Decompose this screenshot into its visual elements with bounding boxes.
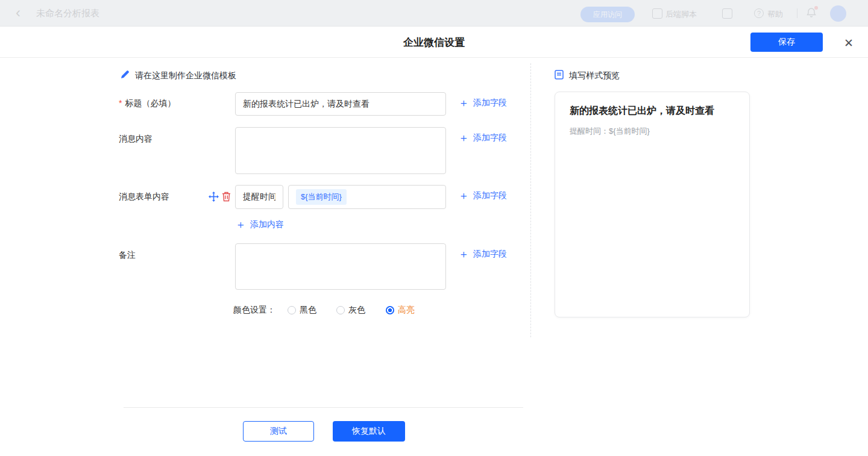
add-field-link-form-content[interactable]: ＋ 添加字段 — [458, 190, 507, 201]
color-setting-label: 颜色设置： — [233, 305, 275, 316]
template-hint-text: 请在这里制作企业微信模板 — [135, 70, 236, 81]
form-content-value-input[interactable]: ${当前时间} — [288, 185, 446, 209]
app-access-button[interactable]: 应用访问 — [580, 7, 635, 22]
add-content-link[interactable]: ＋ 添加内容 — [235, 219, 284, 230]
help-label[interactable]: 帮助 — [767, 9, 783, 20]
plus-icon: ＋ — [235, 220, 246, 230]
restore-default-button[interactable]: 恢复默认 — [333, 421, 405, 442]
script-icon — [652, 8, 662, 20]
remark-field-label: 备注 — [119, 250, 136, 261]
help-icon[interactable]: ? — [754, 8, 764, 18]
preview-card: 新的报表统计已出炉，请及时查看 提醒时间：${当前时间} — [555, 92, 750, 317]
form-content-label: 消息表单内容 — [119, 192, 169, 202]
color-setting-row: 颜色设置： 黑色 灰色 高亮 — [233, 305, 415, 316]
footer-divider — [124, 407, 523, 408]
form-content-key-input[interactable] — [235, 185, 283, 209]
field-tag[interactable]: ${当前时间} — [296, 189, 347, 205]
top-app-bar: ‹ 未命名分析报表 应用访问 后端脚本 ? 帮助 — [0, 0, 868, 27]
close-icon[interactable]: ✕ — [841, 35, 857, 51]
back-icon[interactable]: ‹ — [16, 4, 20, 21]
modal-title: 企业微信设置 — [0, 36, 868, 49]
plus-icon: ＋ — [458, 98, 469, 108]
pencil-icon — [120, 70, 130, 82]
title-field-label: *标题（必填） — [119, 98, 175, 109]
preview-card-line: 提醒时间：${当前时间} — [570, 126, 650, 137]
radio-icon — [288, 306, 296, 314]
plus-icon: ＋ — [458, 191, 469, 201]
preview-header: 填写样式预览 — [555, 70, 620, 82]
vertical-dashed-divider — [530, 63, 531, 337]
preview-doc-icon — [555, 70, 564, 82]
preview-header-text: 填写样式预览 — [569, 70, 620, 81]
script-label[interactable]: 后端脚本 — [665, 9, 697, 20]
wechat-settings-modal: 企业微信设置 保存 ✕ 请在这里制作企业微信模板 *标题（必填） ＋ 添加字段 … — [0, 27, 868, 456]
test-button[interactable]: 测试 — [243, 421, 314, 442]
radio-option-highlight[interactable]: 高亮 — [386, 305, 415, 316]
message-field-label: 消息内容 — [119, 134, 153, 145]
message-textarea[interactable] — [235, 127, 446, 174]
template-hint-row: 请在这里制作企业微信模板 — [120, 70, 236, 82]
add-field-link-title[interactable]: ＋ 添加字段 — [458, 98, 507, 108]
preview-card-title: 新的报表统计已出炉，请及时查看 — [570, 105, 714, 117]
plus-icon: ＋ — [458, 133, 469, 143]
add-field-link-message[interactable]: ＋ 添加字段 — [458, 133, 507, 143]
user-avatar[interactable] — [830, 5, 846, 22]
radio-selected-icon — [386, 306, 394, 314]
save-button[interactable]: 保存 — [750, 33, 823, 52]
move-icon[interactable] — [209, 192, 219, 204]
required-mark: * — [119, 98, 122, 108]
panel-icon[interactable] — [722, 8, 732, 21]
title-input[interactable] — [235, 92, 446, 116]
trash-icon[interactable] — [222, 192, 231, 204]
add-field-link-remark[interactable]: ＋ 添加字段 — [458, 249, 507, 260]
radio-icon — [336, 306, 345, 314]
plus-icon: ＋ — [458, 249, 469, 259]
modal-header: 企业微信设置 保存 ✕ — [0, 27, 868, 58]
remark-textarea[interactable] — [235, 243, 446, 290]
radio-option-gray[interactable]: 灰色 — [336, 305, 365, 316]
notification-bell-icon[interactable] — [806, 7, 817, 20]
topbar-divider — [797, 8, 797, 18]
report-title: 未命名分析报表 — [36, 8, 99, 19]
radio-option-black[interactable]: 黑色 — [288, 305, 316, 316]
